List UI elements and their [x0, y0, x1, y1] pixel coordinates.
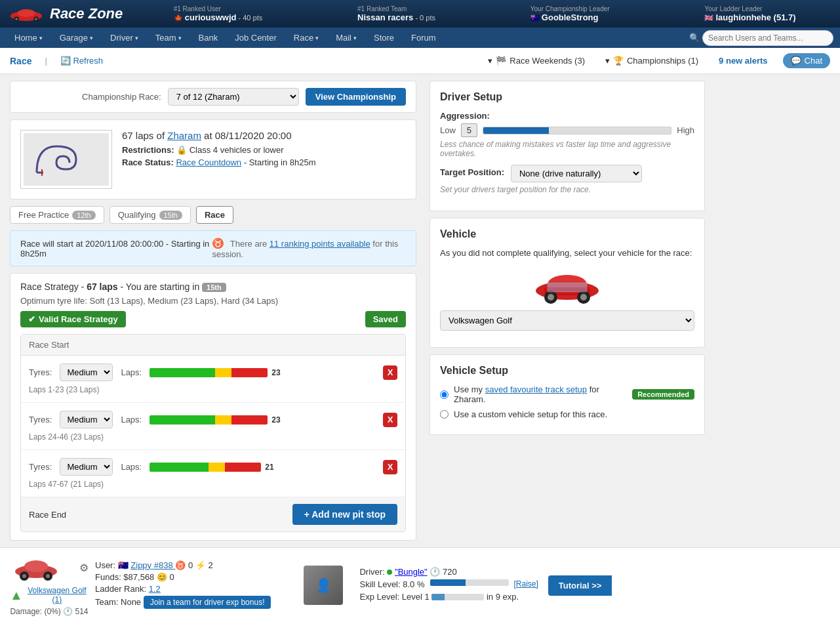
- aggression-value: 5: [461, 123, 477, 137]
- player-car-area: ⚙ ▲ Volkswagen Golf (1) Damage: (0%) 🕐 5…: [10, 554, 89, 616]
- lap-bar-green-2: [150, 415, 215, 425]
- lap-bar-red-2: [231, 415, 268, 425]
- vehicle-desc: As you did not complete qualifying, sele…: [440, 248, 694, 258]
- raise-link[interactable]: [Raise]: [514, 579, 538, 589]
- race-weekends-button[interactable]: ▾ 🏁 Race Weekends (3): [483, 53, 590, 68]
- clock-icon: 🕐: [430, 567, 440, 577]
- left-panel: Championship Race: 7 of 12 (Zharam) View…: [10, 81, 416, 541]
- race-title: 67 laps of Zharam at 08/11/2020 20:00: [122, 130, 406, 141]
- skill-bar: [430, 579, 509, 586]
- svg-point-4: [16, 18, 18, 20]
- lap-bar-1: 23: [150, 368, 375, 377]
- high-label: High: [677, 125, 694, 135]
- header-stats: #1 Ranked User 🍁 curiouswwjd - 40 pts #1…: [136, 5, 833, 22]
- race-end-row: Race End + Add new pit stop: [21, 497, 405, 531]
- pit-stop-row: Tyres: Medium Soft Hard Laps:: [21, 450, 405, 497]
- nav-store[interactable]: Store: [366, 28, 402, 48]
- lap-bar-visual-1: [150, 368, 268, 377]
- nav-job-center[interactable]: Job Center: [227, 28, 285, 48]
- nav-garage[interactable]: Garage ▾: [52, 28, 101, 48]
- exp-level-info: Exp Level: Level 1 in 9 exp.: [359, 592, 538, 602]
- delete-pit-stop-1[interactable]: X: [383, 365, 397, 380]
- vehicle-setup-radio-1[interactable]: [440, 390, 449, 399]
- svg-rect-16: [548, 283, 587, 292]
- taurus-icon: ♉: [175, 560, 186, 570]
- tyres-label-3: Tyres:: [29, 462, 52, 472]
- delete-pit-stop-2[interactable]: X: [383, 413, 397, 427]
- ladder-rank-link[interactable]: 1.2: [149, 584, 161, 594]
- saved-setup-link[interactable]: saved favourite track setup: [485, 384, 587, 394]
- refresh-button[interactable]: 🔄 Refresh: [60, 56, 103, 66]
- tyre-select-3[interactable]: Medium Soft Hard: [60, 458, 113, 476]
- vehicle-setup-radio-2[interactable]: [440, 410, 449, 419]
- clock-icon: 🕐: [63, 607, 73, 616]
- driver-setup-box: Driver Setup Aggression: Low 5 High Less…: [430, 81, 705, 211]
- chat-button[interactable]: 💬 Chat: [783, 53, 830, 68]
- vehicle-image-area: [440, 264, 694, 304]
- championships-button[interactable]: ▾ 🏆 Championships (1): [600, 53, 704, 68]
- driver-section: 👤 Driver: "Bungle" 🕐 720 Skill Level: 8.…: [304, 566, 612, 605]
- tab-race[interactable]: Race: [196, 206, 233, 224]
- laps-label-1: Laps:: [121, 367, 142, 377]
- nav-team[interactable]: Team ▾: [148, 28, 190, 48]
- aggression-label: Aggression:: [440, 111, 694, 121]
- lap-number-2: 23: [271, 415, 280, 425]
- join-team-button[interactable]: Join a team for driver exp bonus!: [144, 596, 271, 609]
- vehicle-select[interactable]: Volkswagen Golf Other Vehicle: [440, 310, 694, 331]
- logo-text: Race Zone: [50, 5, 123, 22]
- laps-detail-3: Laps 47-67 (21 Laps): [29, 480, 397, 489]
- funds-info: Funds: $87,568 😊 0: [95, 572, 271, 582]
- lap-bar-red-3: [225, 463, 261, 472]
- target-position-select[interactable]: None (drive naturally) 1st 2nd 3rd: [511, 165, 642, 182]
- race-info-box: 67 laps of Zharam at 08/11/2020 20:00 Re…: [10, 119, 416, 199]
- right-panel: Driver Setup Aggression: Low 5 High Less…: [430, 81, 705, 541]
- chevron-down-icon: ▾: [39, 35, 43, 41]
- laps-detail-1: Laps 1-23 (23 Laps): [29, 385, 397, 394]
- nav-driver[interactable]: Driver ▾: [102, 28, 146, 48]
- driver-setup-title: Driver Setup: [440, 91, 694, 103]
- championship-race-select[interactable]: 7 of 12 (Zharam): [168, 88, 299, 106]
- view-championship-button[interactable]: View Championship: [306, 88, 406, 106]
- trophy-icon: 🏆: [613, 56, 624, 66]
- championship-row: Championship Race: 7 of 12 (Zharam) View…: [10, 81, 416, 113]
- nav-forum[interactable]: Forum: [403, 28, 444, 48]
- nav-bank[interactable]: Bank: [191, 28, 226, 48]
- lap-bar-green-3: [150, 463, 209, 472]
- tyre-select-1[interactable]: Medium Soft Hard: [60, 363, 113, 381]
- alerts-button[interactable]: 9 new alerts: [713, 53, 772, 68]
- delete-pit-stop-3[interactable]: X: [383, 460, 397, 474]
- aggression-controls: Low 5 High: [440, 123, 694, 137]
- search-input[interactable]: [702, 30, 833, 46]
- nav-race[interactable]: Race ▾: [286, 28, 327, 48]
- logo-area: Race Zone: [7, 4, 123, 24]
- svg-point-22: [46, 574, 50, 578]
- chevron-down-icon: ▾: [353, 35, 357, 41]
- race-link[interactable]: Race: [10, 56, 31, 66]
- vehicle-title: Vehicle: [440, 228, 694, 240]
- custom-setup-label[interactable]: Use a custom vehicle setup for this race…: [454, 409, 607, 419]
- svg-point-1: [18, 9, 35, 17]
- lap-number-3: 21: [265, 463, 273, 472]
- track-link[interactable]: Zharam: [167, 130, 201, 141]
- tab-qualifying[interactable]: Qualifying 15th: [110, 206, 191, 224]
- driver-link[interactable]: "Bungle": [395, 567, 428, 577]
- flag-icon: 🏁: [496, 56, 506, 66]
- gear-icon[interactable]: ⚙: [79, 562, 89, 574]
- laps-label-2: Laps:: [121, 415, 142, 425]
- champ-leader-stat: Your Championship Leader 🇦🇺 GoobleStrong: [530, 5, 610, 22]
- strategy-section: Race Strategy - 67 laps - You are starti…: [10, 273, 416, 541]
- add-pit-stop-button[interactable]: + Add new pit stop: [292, 504, 397, 525]
- car-name-link[interactable]: Volkswagen Golf (1): [26, 586, 89, 604]
- ranked-team-stat: #1 Ranked Team Nissan racers - 0 pts: [357, 5, 435, 22]
- track-image: [20, 130, 112, 189]
- user-link[interactable]: Zippy #838: [130, 560, 175, 570]
- nav-home[interactable]: Home ▾: [7, 28, 50, 48]
- tab-free-practice[interactable]: Free Practice 12th: [10, 206, 104, 224]
- tutorial-button[interactable]: Tutorial >>: [548, 575, 612, 596]
- tyre-select-2[interactable]: Medium Soft Hard: [60, 411, 113, 428]
- low-label: Low: [440, 125, 456, 135]
- target-position-hint: Set your drivers target position for the…: [440, 185, 694, 194]
- race-status-link[interactable]: Race Countdown: [176, 157, 241, 167]
- nav-mail[interactable]: Mail ▾: [328, 28, 365, 48]
- ranking-points-link[interactable]: 11 ranking points available: [270, 239, 370, 249]
